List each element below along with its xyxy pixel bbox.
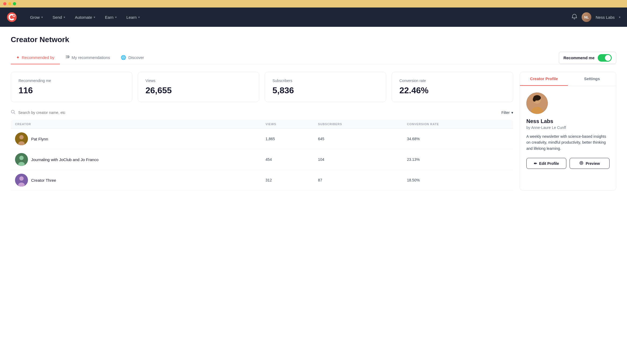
tab-my-recommendations[interactable]: My recommendations — [60, 51, 115, 64]
col-header-creator: CREATOR — [11, 120, 261, 129]
svg-point-2 — [13, 15, 15, 16]
title-bar — [0, 0, 627, 8]
svg-point-26 — [581, 162, 582, 164]
col-header-views: VIEWS — [261, 120, 314, 129]
page-title: Creator Network — [11, 35, 616, 44]
main-content: Creator Network ✦ Recommended by My reco… — [0, 27, 627, 364]
table-row[interactable]: Journaling with JoClub and Jo Franco 454… — [11, 149, 513, 170]
user-display-name: Ness Labs — [596, 15, 615, 20]
stat-label-subscribers: Subscribers — [272, 79, 378, 83]
recommend-toggle[interactable]: Recommend me — [559, 52, 616, 64]
recommend-toggle-label: Recommend me — [563, 55, 595, 60]
tab-recommended-by-label: Recommended by — [22, 55, 54, 60]
search-input[interactable] — [18, 110, 83, 115]
edit-profile-button[interactable]: ✏ Edit Profile — [526, 158, 566, 169]
avatar: NL — [582, 12, 591, 22]
creator-subscribers: 104 — [314, 149, 403, 170]
svg-point-13 — [19, 156, 24, 160]
creator-avatar — [15, 132, 28, 145]
stat-card-subscribers: Subscribers 5,836 — [265, 72, 386, 102]
stat-card-views: Views 26,655 — [138, 72, 259, 102]
filter-label: Filter — [501, 110, 510, 115]
svg-point-6 — [68, 56, 69, 58]
edit-icon: ✏ — [534, 161, 537, 166]
table-row[interactable]: Creator Three 312 87 18.50% — [11, 170, 513, 191]
svg-line-8 — [14, 113, 15, 114]
nav-item-learn[interactable]: Learn ▾ — [122, 13, 144, 22]
my-recommendations-icon — [65, 55, 70, 60]
nav-item-earn[interactable]: Earn ▾ — [101, 13, 121, 22]
stat-value-subscribers: 5,836 — [272, 86, 378, 95]
preview-icon — [579, 161, 584, 166]
creator-avatar — [15, 174, 28, 187]
creator-conversion-rate: 18.50% — [403, 170, 513, 191]
table-row[interactable]: Pat Flynn 1,865 645 34.68% — [11, 129, 513, 149]
search-box[interactable] — [11, 110, 83, 116]
creator-views: 1,865 — [261, 129, 314, 149]
nav-item-send[interactable]: Send ▾ — [48, 13, 70, 22]
tab-my-recommendations-label: My recommendations — [72, 55, 110, 60]
tab-discover-label: Discover — [128, 55, 144, 60]
toggle-knob — [605, 55, 611, 61]
maximize-dot[interactable] — [13, 2, 16, 5]
svg-point-24 — [538, 100, 539, 101]
panel-tab-creator-profile[interactable]: Creator Profile — [520, 72, 568, 86]
left-section: Recommending me 116 Views 26,655 Subscri… — [11, 72, 513, 191]
stat-card-recommending-me: Recommending me 116 — [11, 72, 132, 102]
notification-bell-icon[interactable] — [571, 14, 577, 21]
svg-point-22 — [533, 97, 536, 102]
stats-row: Recommending me 116 Views 26,655 Subscri… — [11, 72, 513, 102]
filter-chevron-icon: ▾ — [511, 110, 513, 115]
panel-creator-name: Ness Labs — [526, 118, 610, 124]
profile-avatar-large — [526, 92, 548, 114]
svg-point-23 — [535, 100, 537, 101]
user-menu-chevron-icon[interactable]: ▾ — [619, 16, 621, 19]
panel-actions: ✏ Edit Profile Preview — [526, 158, 610, 169]
send-chevron-icon: ▾ — [64, 16, 65, 19]
creator-views: 454 — [261, 149, 314, 170]
svg-point-10 — [19, 135, 24, 139]
creator-avatar — [15, 153, 28, 166]
svg-point-25 — [580, 161, 583, 165]
stat-label-conversion-rate: Conversion rate — [399, 79, 505, 83]
tab-discover[interactable]: 🌐 Discover — [115, 52, 149, 64]
edit-profile-label: Edit Profile — [539, 161, 559, 166]
earn-chevron-icon: ▾ — [115, 16, 117, 19]
creator-name: Pat Flynn — [31, 137, 48, 141]
panel-description: A weekly newsletter with science-based i… — [526, 133, 610, 151]
table-header-row: CREATOR VIEWS SUBSCRIBERS CONVERSION RAT… — [11, 120, 513, 129]
creator-conversion-rate: 23.13% — [403, 149, 513, 170]
stat-label-views: Views — [145, 79, 251, 83]
creator-table: CREATOR VIEWS SUBSCRIBERS CONVERSION RAT… — [11, 120, 513, 191]
svg-point-16 — [19, 176, 24, 181]
recommended-by-icon: ✦ — [16, 55, 20, 60]
nav-item-automate[interactable]: Automate ▾ — [71, 13, 100, 22]
stats-and-panel: Recommending me 116 Views 26,655 Subscri… — [11, 72, 616, 191]
grow-chevron-icon: ▾ — [41, 16, 43, 19]
minimize-dot[interactable] — [8, 2, 11, 5]
automate-chevron-icon: ▾ — [94, 16, 95, 19]
preview-button[interactable]: Preview — [570, 158, 610, 169]
panel-author: by Anne-Laure Le Cunff — [526, 125, 610, 130]
panel-body: Ness Labs by Anne-Laure Le Cunff A weekl… — [520, 86, 616, 175]
creator-name: Creator Three — [31, 178, 56, 183]
svg-point-0 — [7, 12, 17, 22]
tab-recommended-by[interactable]: ✦ Recommended by — [11, 52, 60, 64]
stat-value-recommending-me: 116 — [19, 86, 125, 95]
stat-value-conversion-rate: 22.46% — [399, 86, 505, 95]
recommend-toggle-switch[interactable] — [598, 54, 612, 62]
nav-items: Grow ▾ Send ▾ Automate ▾ Earn ▾ Learn ▾ — [26, 13, 571, 22]
logo[interactable] — [6, 12, 17, 23]
creator-subscribers: 645 — [314, 129, 403, 149]
navbar-right: NL Ness Labs ▾ — [571, 12, 621, 22]
search-icon — [11, 110, 16, 116]
search-filter-row: Filter ▾ — [11, 110, 513, 116]
creator-conversion-rate: 34.68% — [403, 129, 513, 149]
panel-tab-settings[interactable]: Settings — [568, 72, 616, 86]
filter-button[interactable]: Filter ▾ — [501, 110, 513, 115]
close-dot[interactable] — [3, 2, 6, 5]
creator-profile-panel: Creator Profile Settings — [520, 72, 616, 191]
col-header-conversion-rate: CONVERSION RATE — [403, 120, 513, 129]
nav-item-grow[interactable]: Grow ▾ — [26, 13, 47, 22]
creator-views: 312 — [261, 170, 314, 191]
